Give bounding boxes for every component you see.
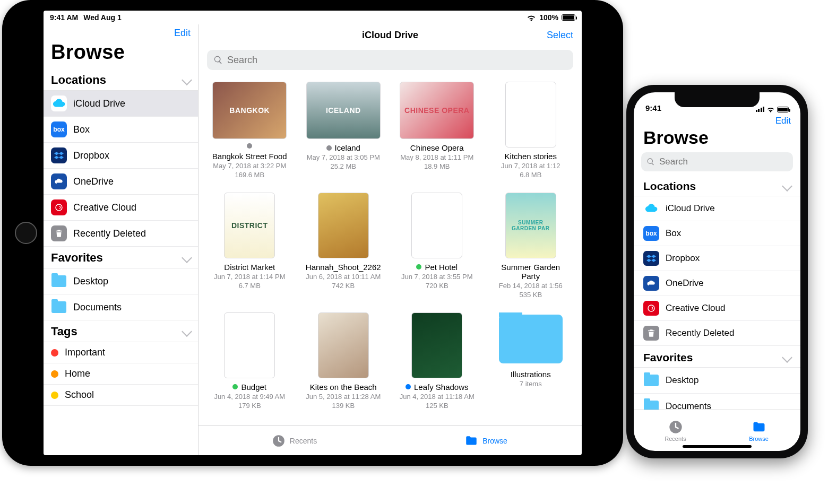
search-input[interactable] [227,55,567,66]
file-date: 7 items [520,380,542,389]
status-date: Wed Aug 1 [83,13,122,22]
tag-school[interactable]: School [44,385,198,406]
file-item[interactable]: ICELANDIcelandMay 7, 2018 at 3:05 PM25.2… [304,82,383,179]
tab-recents[interactable]: Recents [199,426,390,455]
home-indicator[interactable] [683,445,752,448]
sidebar-item-documents[interactable]: Documents [44,294,198,320]
sidebar-item-creative-cloud[interactable]: Creative Cloud [44,195,198,221]
file-item[interactable]: Hannah_Shoot_2262Jun 6, 2018 at 10:11 AM… [304,193,383,299]
tab-recents-label: Recents [290,437,317,445]
file-name: Iceland [335,143,360,152]
file-thumbnail [318,312,369,378]
file-item[interactable]: Pet HotelJun 7, 2018 at 3:55 PM720 KB [398,193,477,299]
file-thumbnail: SUMMER GARDEN PAR [505,193,556,258]
edit-button[interactable]: Edit [775,116,791,126]
file-item[interactable]: BANGKOKBangkok Street FoodMay 7, 2018 at… [210,82,289,179]
search-input[interactable] [659,157,788,167]
edit-button[interactable]: Edit [174,28,191,39]
locations-header[interactable]: Locations [634,175,800,196]
ipad-home-button[interactable] [15,222,37,244]
iphone-screen: 9:41 Edit Browse Locations iCloud Driveb… [634,92,800,451]
sidebar-item-recently-deleted[interactable]: Recently Deleted [44,221,198,247]
file-item[interactable]: Leafy ShadowsJun 4, 2018 at 11:18 AM125 … [398,312,477,410]
locations-header[interactable]: Locations [44,69,198,91]
search-icon [213,55,223,65]
sidebar-item-label: OneDrive [73,176,114,187]
file-date: Jun 7, 2018 at 3:55 PM [401,273,472,282]
sidebar-item-label: iCloud Drive [666,203,715,214]
clock-icon [272,434,286,448]
tag-home[interactable]: Home [44,363,198,385]
file-size: 6.8 MB [520,171,541,179]
ipad-device-frame: 9:41 AM Wed Aug 1 100% Edit Browse Locat… [2,0,623,466]
iphone-list[interactable]: Locations iCloud DriveboxBoxDropboxOneDr… [634,175,800,410]
sidebar-item-icloud-drive[interactable]: iCloud Drive [634,196,800,221]
content-title: iCloud Drive [199,30,582,41]
sidebar-item-box[interactable]: boxBox [44,117,198,143]
sidebar-item-desktop[interactable]: Desktop [634,368,800,394]
file-date: Jun 5, 2018 at 11:28 AM [306,393,381,402]
file-thumbnail [505,82,556,147]
sidebar-item-dropbox[interactable]: Dropbox [44,143,198,169]
file-size: 742 KB [332,282,355,290]
tags-header-label: Tags [51,325,77,338]
file-item[interactable]: DISTRICTDistrict MarketJun 7, 2018 at 1:… [210,193,289,299]
file-name: Summer Garden Party [491,263,571,281]
file-item[interactable]: SUMMER GARDEN PARSummer Garden PartyFeb … [491,193,571,299]
sidebar-item-documents[interactable]: Documents [634,394,800,410]
tag-dot-icon [247,143,252,149]
sidebar-item-onedrive[interactable]: OneDrive [44,169,198,195]
tags-header[interactable]: Tags [44,320,198,342]
ipad-content: iCloud Drive Select BANGKOKBangkok Stree… [199,24,582,455]
file-item[interactable]: Kites on the BeachJun 5, 2018 at 11:28 A… [304,312,383,410]
tab-browse[interactable]: Browse [390,426,582,455]
file-date: Jun 4, 2018 at 9:49 AM [214,393,285,402]
file-date: Jun 6, 2018 at 10:11 AM [306,273,381,282]
sidebar-item-icloud-drive[interactable]: iCloud Drive [44,91,198,117]
file-size: 720 KB [426,282,448,290]
sidebar-item-label: Recently Deleted [666,328,734,338]
search-field[interactable] [641,152,793,171]
favorites-header[interactable]: Favorites [634,346,800,368]
iphone-device-frame: 9:41 Edit Browse Locations iCloud Driveb… [626,85,808,458]
tag-important[interactable]: Important [44,342,198,363]
ipad-screen: 9:41 AM Wed Aug 1 100% Edit Browse Locat… [44,11,582,455]
file-name: District Market [224,263,275,272]
sidebar-item-onedrive[interactable]: OneDrive [634,271,800,296]
file-name: Illustrations [511,370,551,379]
favorites-header[interactable]: Favorites [44,247,198,268]
sidebar-item-creative-cloud[interactable]: Creative Cloud [634,296,800,321]
file-grid[interactable]: BANGKOKBangkok Street FoodMay 7, 2018 at… [199,72,582,425]
sidebar-item-label: Dropbox [73,150,109,161]
chevron-down-icon [182,326,192,337]
chevron-down-icon [782,352,792,363]
file-size: 139 KB [332,402,355,410]
file-date: May 7, 2018 at 3:22 PM [213,162,286,171]
file-item[interactable]: Illustrations7 items [491,312,571,410]
sidebar-item-dropbox[interactable]: Dropbox [634,246,800,271]
clock-icon [668,420,683,435]
sidebar-item-desktop[interactable]: Desktop [44,268,198,294]
file-thumbnail [224,312,275,378]
search-field[interactable] [207,50,573,70]
file-name: Pet Hotel [425,263,458,272]
sidebar-item-box[interactable]: boxBox [634,221,800,246]
sidebar-item-label: Box [73,124,90,135]
file-thumbnail [318,193,369,258]
file-thumbnail: ICELAND [306,82,381,139]
sidebar-item-label: Creative Cloud [73,202,136,213]
file-item[interactable]: BudgetJun 4, 2018 at 9:49 AM179 KB [210,312,289,410]
file-item[interactable]: Kitchen storiesJun 7, 2018 at 1:126.8 MB [491,82,571,179]
tag-dot-icon [416,264,421,270]
cellular-icon [756,107,765,112]
file-thumbnail [411,193,462,258]
file-name: Kitchen stories [505,152,557,161]
file-item[interactable]: CHINESE OPERAChinese OperaMay 8, 2018 at… [398,82,477,179]
file-thumbnail: CHINESE OPERA [400,82,474,139]
file-date: Jun 7, 2018 at 1:12 [501,162,560,171]
file-date: May 7, 2018 at 3:05 PM [307,153,380,162]
sidebar-item-label: Documents [666,401,711,410]
file-thumbnail [494,312,568,366]
sidebar-item-recently-deleted[interactable]: Recently Deleted [634,321,800,346]
search-icon [646,158,655,166]
